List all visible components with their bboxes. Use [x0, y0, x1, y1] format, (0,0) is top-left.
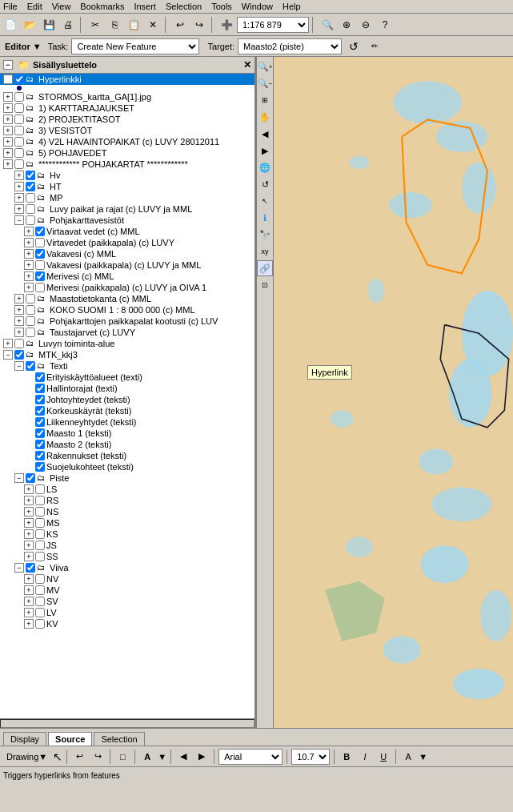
expand-btn-kartta[interactable]: +: [3, 103, 13, 113]
menu-help[interactable]: Help: [283, 2, 301, 11]
rotate-button[interactable]: ↺: [345, 38, 363, 55]
checkbox-vakavesi_p[interactable]: [35, 260, 45, 270]
tree-item-maasto1[interactable]: Maasto 1 (teksti): [0, 428, 254, 439]
tree-item-johtoyhteydet[interactable]: Johtoyhteydet (teksti): [0, 394, 254, 405]
expand-btn-mp[interactable]: +: [14, 193, 24, 203]
tree-item-ht[interactable]: +🗂HT: [0, 181, 254, 192]
expand-btn-luvy_paikat[interactable]: +: [14, 204, 24, 214]
tree-item-ns[interactable]: +NS: [0, 506, 254, 517]
expand-btn-merivesi[interactable]: +: [24, 271, 34, 281]
hyperlink-tool[interactable]: 🔗: [257, 260, 273, 276]
tree-item-ms[interactable]: +MS: [0, 517, 254, 529]
checkbox-ss[interactable]: [35, 552, 45, 561]
tree-item-koko_suomi[interactable]: +🗂KOKO SUOMI 1 : 8 000 000 (c) MML: [0, 304, 254, 316]
tree-item-sv[interactable]: +SV: [0, 596, 254, 607]
target-dropdown[interactable]: Maasto2 (piste): [238, 38, 342, 54]
expand-btn-viiva[interactable]: −: [14, 563, 24, 573]
checkbox-ht[interactable]: [26, 182, 35, 191]
menu-window[interactable]: Window: [242, 2, 273, 11]
font-size-dropdown[interactable]: 10.7: [291, 749, 330, 765]
zoom-in-button[interactable]: ⊕: [338, 16, 355, 34]
tree-item-hyperlinki[interactable]: −🗂Hyperlinkki: [0, 74, 254, 85]
tree-item-vakavesi_p[interactable]: +Vakavesi (paikkapala) (c) LUVY ja MML: [0, 259, 254, 271]
redo-button[interactable]: ↪: [190, 16, 208, 34]
expand-btn-taustajarvet[interactable]: +: [14, 328, 24, 337]
expand-btn-vakavesi_p[interactable]: +: [24, 260, 34, 270]
expand-btn-projekti[interactable]: +: [3, 115, 13, 124]
checkbox-maasto1[interactable]: [35, 428, 45, 438]
checkbox-merivesi_p[interactable]: [35, 283, 45, 292]
delete-button[interactable]: ✕: [144, 16, 162, 34]
expand-btn-hv[interactable]: +: [14, 171, 24, 180]
checkbox-pohjakartat[interactable]: [14, 159, 24, 169]
expand-btn-virtaavat[interactable]: +: [24, 227, 34, 236]
copy-button[interactable]: ⎘: [106, 16, 123, 34]
tree-item-stormos[interactable]: +🗂STORMOS_kartta_GA[1].jpg: [0, 91, 254, 103]
print-button[interactable]: 🖨: [59, 16, 77, 34]
checkbox-erityis[interactable]: [35, 372, 45, 382]
select-tool[interactable]: ↖: [257, 193, 273, 209]
font-color-btn[interactable]: A: [400, 749, 416, 765]
checkbox-pohjak_paikat[interactable]: [26, 316, 35, 326]
expand-btn-texti[interactable]: −: [14, 361, 24, 371]
tree-item-erityis[interactable]: Erityiskäyttöalueet (texti): [0, 372, 254, 383]
checkbox-vesistot[interactable]: [14, 126, 24, 135]
checkbox-taustajarvet[interactable]: [26, 328, 35, 337]
tree-item-luvy_paikat[interactable]: +🗂Luvy paikat ja rajat (c) LUVY ja MML: [0, 203, 254, 215]
tree-item-taustajarvet[interactable]: +🗂Taustajarvet (c) LUVY: [0, 327, 254, 338]
expand-btn-koko_suomi[interactable]: +: [14, 305, 24, 315]
expand-btn-ls[interactable]: +: [24, 484, 34, 494]
expand-btn-mtk_kkj3[interactable]: −: [3, 350, 13, 360]
tree-item-virtaavat[interactable]: +Virtaavat vedet (c) MML: [0, 226, 254, 237]
paste-button[interactable]: 📋: [125, 16, 142, 34]
checkbox-vakavesi[interactable]: [35, 249, 45, 259]
checkbox-kv[interactable]: [35, 619, 45, 629]
zoom-out-tool[interactable]: 🔍−: [257, 75, 273, 91]
menu-insert[interactable]: Insert: [134, 2, 156, 11]
checkbox-pohjavedet[interactable]: [14, 148, 24, 158]
tree-item-korkeuskayr[interactable]: Korkeuskäyrät (teksti): [0, 405, 254, 416]
expand-btn-rs[interactable]: +: [24, 496, 34, 505]
help-button[interactable]: ?: [376, 16, 394, 34]
checkbox-texti[interactable]: [26, 361, 35, 371]
checkbox-rakennukset[interactable]: [35, 451, 45, 460]
expand-btn-ks[interactable]: +: [24, 529, 34, 539]
globe-tool[interactable]: 🌐: [257, 159, 273, 175]
expand-btn-vesistot[interactable]: +: [3, 126, 13, 135]
tree-item-dot[interactable]: [0, 85, 254, 91]
tree-item-pohjakartat[interactable]: +🗂************ POHJAKARTAT ************: [0, 159, 254, 170]
font-right-btn[interactable]: ▶: [194, 749, 210, 765]
checkbox-maasto2[interactable]: [35, 440, 45, 449]
expand-btn-hyperlinki[interactable]: −: [3, 74, 13, 84]
expand-btn-pohjakarttavesistot[interactable]: −: [14, 215, 24, 225]
checkbox-havaintopaikat[interactable]: [14, 137, 24, 147]
tree-item-rakennukset[interactable]: Rakennukset (teksti): [0, 450, 254, 461]
tree-item-merivesi_p[interactable]: +Merivesi (paikkapala) (c) LUVY ja OIVA …: [0, 282, 254, 293]
tab-selection[interactable]: Selection: [94, 732, 144, 746]
zoom-in-tool[interactable]: 🔍+: [257, 58, 273, 74]
font-color-arrow-icon[interactable]: ▼: [419, 752, 427, 762]
checkbox-rs[interactable]: [35, 496, 45, 505]
tree-item-hv[interactable]: +🗂Hv: [0, 170, 254, 181]
text-style-btn[interactable]: A: [139, 749, 155, 765]
expand-btn-piste[interactable]: −: [14, 473, 24, 483]
undo-button[interactable]: ↩: [171, 16, 189, 34]
checkbox-kartta[interactable]: [14, 103, 24, 113]
font-left-btn[interactable]: ◀: [175, 749, 191, 765]
checkbox-viiva[interactable]: [26, 563, 35, 573]
cut-button[interactable]: ✂: [86, 16, 104, 34]
checkbox-ms[interactable]: [35, 518, 45, 528]
sidebar-collapse-btn[interactable]: −: [3, 60, 13, 70]
checkbox-ls[interactable]: [35, 484, 45, 494]
checkbox-nv[interactable]: [35, 574, 45, 584]
task-dropdown[interactable]: Create New Feature: [71, 38, 199, 54]
checkbox-mv[interactable]: [35, 585, 45, 595]
tree-item-maastotieto[interactable]: +🗂Maastotietokanta (c) MML: [0, 293, 254, 304]
editor-label[interactable]: Editor ▼: [2, 42, 45, 51]
expand-btn-maastotieto[interactable]: +: [14, 294, 24, 303]
redo-draw-btn[interactable]: ↪: [90, 749, 106, 765]
expand-btn-virtavedet[interactable]: +: [24, 238, 34, 247]
pan-tool[interactable]: ✋: [257, 109, 273, 125]
checkbox-luvy_paikat[interactable]: [26, 204, 35, 214]
find-tool[interactable]: 🔭: [257, 227, 273, 243]
